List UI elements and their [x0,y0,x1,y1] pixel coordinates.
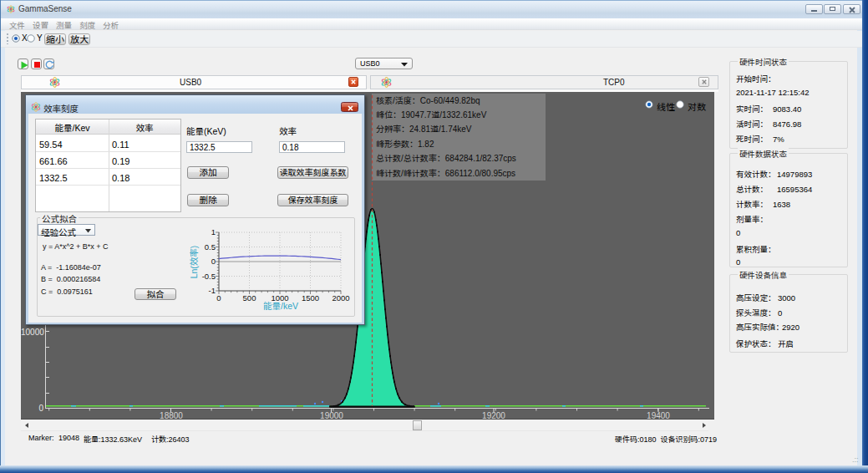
svg-text:-0.5: -0.5 [202,272,216,281]
svg-text:0: 0 [211,257,216,266]
svg-text:0.5: 0.5 [205,242,216,252]
svg-text:-1: -1 [209,286,216,295]
svg-text:2000: 2000 [332,293,349,303]
svg-text:1: 1 [211,227,216,237]
svg-text:0: 0 [216,293,221,303]
